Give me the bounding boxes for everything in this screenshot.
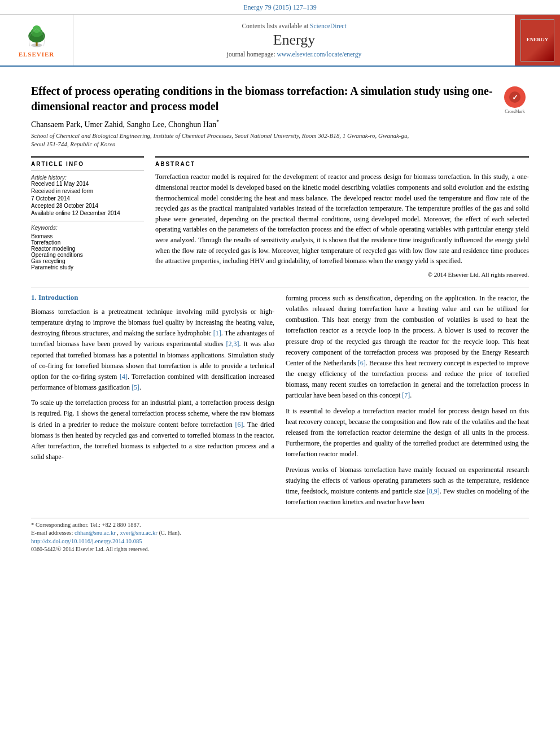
affiliation: School of Chemical and Biological Engine… [31, 132, 529, 149]
ref-6[interactable]: [6] [235, 421, 243, 429]
corresponding-star: * [216, 119, 219, 125]
page-footer: * Corresponding author. Tel.: +82 2 880 … [31, 518, 529, 552]
email-2[interactable]: xver@snu.ac.kr [120, 530, 158, 536]
intro-para-1: Biomass torrefaction is a pretreatment t… [31, 307, 274, 394]
keywords-block: Keywords: Biomass Torrefaction Reactor m… [31, 221, 144, 274]
journal-cover-image: ENERGY [520, 19, 554, 62]
ref-1[interactable]: [1] [213, 329, 221, 337]
journal-thumb-text: ENERGY [527, 37, 549, 43]
article-title: Effect of process operating conditions i… [31, 84, 495, 114]
accepted-date: Accepted 28 October 2014 [31, 203, 144, 209]
journal-thumbnail: ENERGY [515, 15, 560, 65]
keywords-label: Keywords: [31, 225, 144, 231]
intro-para-2: To scale up the torrefaction process for… [31, 397, 274, 462]
doi-line: http://dx.doi.org/10.1016/j.energy.2014.… [31, 538, 529, 544]
svg-text:✓: ✓ [512, 93, 518, 102]
section-divider [31, 287, 529, 287]
journal-name: Energy [273, 32, 316, 49]
intro-left-col: 1. Introduction Biomass torrefaction is … [31, 293, 274, 513]
crossmark-icon[interactable]: ✓ [504, 86, 526, 108]
corresponding-note: * Corresponding author. Tel.: +82 2 880 … [31, 522, 529, 528]
keyword-torrefaction: Torrefaction [31, 239, 144, 246]
crossmark-label: CrossMark [505, 109, 525, 114]
homepage-area: journal homepage: www.elsevier.com/locat… [227, 51, 362, 58]
main-content: Effect of process operating conditions i… [0, 67, 560, 563]
homepage-url[interactable]: www.elsevier.com/locate/energy [277, 51, 362, 58]
contents-text: Contents lists available at [242, 23, 308, 29]
ref-7[interactable]: [7] [402, 391, 410, 399]
intro-number: 1. [31, 293, 37, 302]
affiliation-line1: School of Chemical and Biological Engine… [31, 132, 409, 139]
affiliation-line2: Seoul 151-744, Republic of Korea [31, 141, 116, 147]
email-label: E-mail addresses: [31, 530, 73, 536]
received-date: Received 11 May 2014 [31, 181, 144, 187]
keyword-parametric: Parametric study [31, 264, 144, 270]
abstract-copyright: © 2014 Elsevier Ltd. All rights reserved… [155, 271, 529, 278]
intro-para-4: It is essential to develop a torrefactio… [286, 406, 529, 460]
crossmark-area[interactable]: ✓ CrossMark [501, 86, 529, 114]
article-info-abstract: ARTICLE INFO Article history: Received 1… [31, 156, 529, 277]
email-1[interactable]: chhan@snu.ac.kr [75, 530, 116, 536]
email-line: E-mail addresses: chhan@snu.ac.kr , xver… [31, 530, 529, 536]
ref-23[interactable]: [2,3] [226, 340, 239, 348]
abstract-section: ABSTRACT Torrefaction reactor model is r… [155, 156, 529, 277]
ref-5[interactable]: [5] [132, 383, 139, 391]
abstract-title: ABSTRACT [155, 161, 529, 167]
homepage-label: journal homepage: [227, 51, 275, 58]
corresponding-text: * Corresponding author. Tel.: +82 2 880 … [31, 522, 141, 528]
received-revised-date: 7 October 2014 [31, 195, 144, 202]
intro-title: Introduction [38, 293, 78, 302]
ref-6b[interactable]: [6] [358, 359, 366, 367]
journal-header: ELSEVIER Contents lists available at Sci… [0, 15, 560, 67]
journal-center-info: Contents lists available at ScienceDirec… [73, 15, 515, 65]
elsevier-brand-text: ELSEVIER [19, 51, 55, 58]
journal-citation: Energy 79 (2015) 127–139 [0, 0, 560, 15]
intro-heading: 1. Introduction [31, 293, 274, 302]
svg-point-4 [32, 25, 41, 33]
abstract-text: Torrefaction reactor model is required f… [155, 172, 529, 266]
keyword-biomass: Biomass [31, 233, 144, 239]
email-suffix: (C. Han). [159, 530, 181, 536]
received-revised-label: Received in revised form [31, 188, 144, 194]
article-info-title: ARTICLE INFO [31, 161, 144, 167]
doi-link[interactable]: http://dx.doi.org/10.1016/j.energy.2014.… [31, 538, 529, 544]
keyword-gas: Gas recycling [31, 258, 144, 264]
article-info-panel: ARTICLE INFO Article history: Received 1… [31, 156, 144, 277]
intro-right-col: forming process such as densification, d… [286, 293, 529, 513]
issn-line: 0360-5442/© 2014 Elsevier Ltd. All right… [31, 546, 529, 552]
authors-line: Chansaem Park, Umer Zahid, Sangho Lee, C… [31, 119, 529, 129]
citation-text: Energy 79 (2015) 127–139 [243, 3, 316, 11]
article-title-text: Effect of process operating conditions i… [31, 84, 495, 114]
science-direct-link[interactable]: ScienceDirect [310, 23, 347, 29]
ref-89[interactable]: [8,9] [427, 487, 440, 495]
article-title-section: Effect of process operating conditions i… [31, 84, 529, 114]
intro-para-3: forming process such as densification, d… [286, 293, 529, 401]
elsevier-logo-area: ELSEVIER [0, 15, 73, 65]
intro-para-5: Previous works of biomass torrefaction h… [286, 465, 529, 508]
introduction-section: 1. Introduction Biomass torrefaction is … [31, 293, 529, 513]
available-date: Available online 12 December 2014 [31, 210, 144, 216]
authors-text: Chansaem Park, Umer Zahid, Sangho Lee, C… [31, 120, 216, 129]
ref-4[interactable]: [4] [120, 373, 128, 381]
keyword-operating: Operating conditions [31, 252, 144, 258]
keyword-reactor: Reactor modeling [31, 246, 144, 252]
article-history-block: Article history: Received 11 May 2014 Re… [31, 171, 144, 221]
history-label: Article history: [31, 174, 144, 181]
email-sep: , [117, 530, 119, 536]
elsevier-tree-graphic [17, 23, 56, 49]
science-direct-link-area: Contents lists available at ScienceDirec… [242, 23, 346, 29]
